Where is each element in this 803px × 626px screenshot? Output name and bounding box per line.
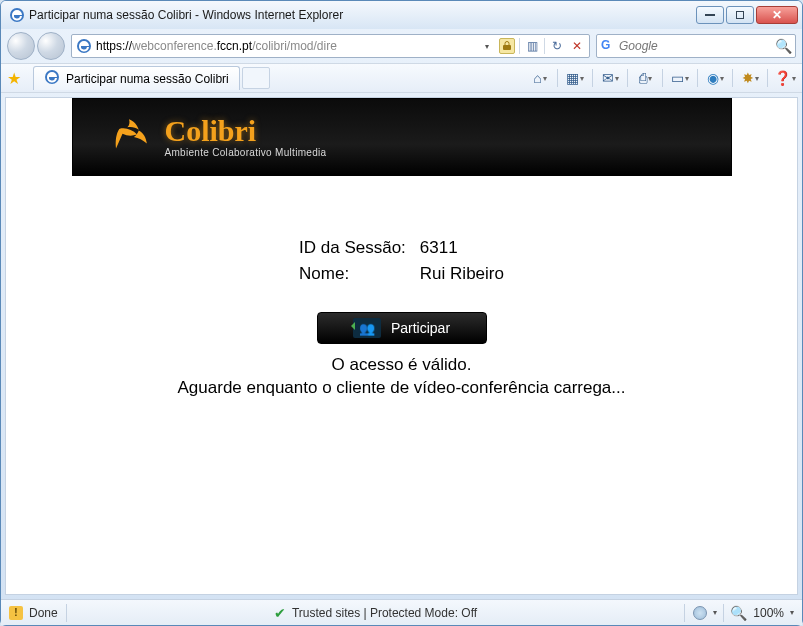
window-title: Participar numa sessão Colibri - Windows… bbox=[29, 8, 696, 22]
maximize-button[interactable] bbox=[726, 6, 754, 24]
minimize-button[interactable] bbox=[696, 6, 724, 24]
search-provider-icon: G bbox=[601, 38, 615, 55]
svg-rect-2 bbox=[503, 45, 511, 50]
tools-menu-button[interactable]: ✸▾ bbox=[739, 67, 761, 89]
zone-icon[interactable] bbox=[693, 606, 707, 620]
brand-banner: Colibri Ambiente Colaborativo Multimedia bbox=[72, 98, 732, 176]
lock-icon[interactable] bbox=[499, 38, 515, 54]
ie-app-icon bbox=[9, 7, 25, 23]
stop-button[interactable]: ✕ bbox=[569, 38, 585, 54]
brand-subtitle: Ambiente Colaborativo Multimedia bbox=[165, 148, 327, 158]
tab-active[interactable]: Participar numa sessão Colibri bbox=[33, 66, 240, 90]
address-url: https://webconference.fccn.pt/colibri/mo… bbox=[96, 39, 475, 53]
command-bar: ★ Participar numa sessão Colibri ⌂▾ ▦▾ ✉… bbox=[1, 63, 802, 93]
colibri-logo-icon bbox=[103, 111, 155, 163]
favorites-button[interactable]: ★ bbox=[7, 69, 25, 87]
status-security-text: Trusted sites | Protected Mode: Off bbox=[292, 606, 477, 620]
page-menu-button[interactable]: ▭▾ bbox=[669, 67, 691, 89]
forward-button[interactable] bbox=[37, 32, 65, 60]
nav-row: https://webconference.fccn.pt/colibri/mo… bbox=[1, 29, 802, 63]
svg-text:G: G bbox=[601, 38, 610, 52]
status-bar: Done ✔ Trusted sites | Protected Mode: O… bbox=[1, 599, 802, 625]
participate-label: Participar bbox=[391, 320, 450, 336]
zone-dropdown-icon[interactable]: ▾ bbox=[713, 608, 717, 617]
status-message-line1: O acesso é válido. bbox=[72, 354, 732, 377]
print-button[interactable]: ⎙▾ bbox=[634, 67, 656, 89]
status-message: O acesso é válido. Aguarde enquanto o cl… bbox=[72, 354, 732, 400]
zoom-icon[interactable]: 🔍 bbox=[730, 605, 747, 621]
security-warning-icon[interactable] bbox=[9, 606, 23, 620]
compat-view-icon[interactable]: ▥ bbox=[524, 38, 540, 54]
page: Colibri Ambiente Colaborativo Multimedia… bbox=[72, 98, 732, 400]
new-tab-button[interactable] bbox=[242, 67, 270, 89]
session-id-label: ID da Sessão: bbox=[293, 236, 412, 260]
safety-menu-button[interactable]: ◉▾ bbox=[704, 67, 726, 89]
home-button[interactable]: ⌂▾ bbox=[529, 67, 551, 89]
participate-icon: 👥 bbox=[353, 318, 381, 338]
help-menu-button[interactable]: ❓▾ bbox=[774, 67, 796, 89]
window-buttons: ✕ bbox=[696, 6, 798, 24]
session-info: ID da Sessão: 6311 Nome: Rui Ribeiro bbox=[72, 234, 732, 288]
titlebar: Participar numa sessão Colibri - Windows… bbox=[1, 1, 802, 29]
zoom-dropdown-icon[interactable]: ▾ bbox=[790, 608, 794, 617]
address-bar[interactable]: https://webconference.fccn.pt/colibri/mo… bbox=[71, 34, 590, 58]
ie-window: Participar numa sessão Colibri - Windows… bbox=[0, 0, 803, 626]
close-button[interactable]: ✕ bbox=[756, 6, 798, 24]
tab-favicon bbox=[44, 69, 60, 88]
search-icon[interactable]: 🔍 bbox=[775, 38, 791, 54]
status-message-line2: Aguarde enquanto o cliente de vídeo-conf… bbox=[72, 377, 732, 400]
session-name-label: Nome: bbox=[293, 262, 412, 286]
participate-button[interactable]: 👥 Participar bbox=[317, 312, 487, 344]
page-icon bbox=[76, 38, 92, 54]
status-done: Done bbox=[29, 606, 58, 620]
search-placeholder: Google bbox=[619, 39, 771, 53]
viewport: Colibri Ambiente Colaborativo Multimedia… bbox=[5, 97, 798, 595]
tab-title: Participar numa sessão Colibri bbox=[66, 72, 229, 86]
zoom-value: 100% bbox=[753, 606, 784, 620]
session-name-value: Rui Ribeiro bbox=[414, 262, 510, 286]
search-box[interactable]: G Google 🔍 bbox=[596, 34, 796, 58]
session-id-value: 6311 bbox=[414, 236, 510, 260]
trusted-check-icon: ✔ bbox=[274, 605, 286, 621]
feeds-button[interactable]: ▦▾ bbox=[564, 67, 586, 89]
read-mail-button[interactable]: ✉▾ bbox=[599, 67, 621, 89]
brand-name: Colibri bbox=[165, 116, 327, 146]
address-dropdown-icon[interactable]: ▾ bbox=[479, 38, 495, 54]
back-button[interactable] bbox=[7, 32, 35, 60]
refresh-button[interactable]: ↻ bbox=[549, 38, 565, 54]
